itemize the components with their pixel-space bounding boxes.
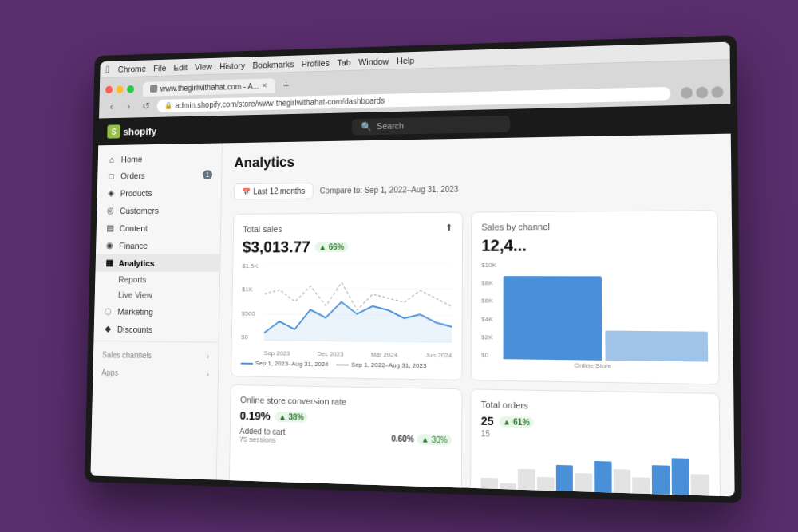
sales-channel-value: 12,4... <box>481 235 707 254</box>
menu-profiles[interactable]: Profiles <box>302 57 330 68</box>
forward-button[interactable]: › <box>122 99 136 112</box>
bar-x-label: Online Store <box>481 360 708 370</box>
period-filter-label: Last 12 months <box>253 186 305 195</box>
bar-chart-y-labels: $10K $8K $6K $4K $2K $0 <box>481 261 500 358</box>
calendar-icon: 📅 <box>242 187 251 195</box>
y-label-2: $1K <box>242 286 263 293</box>
mini-bar-9 <box>633 477 650 496</box>
chart-x-labels: Sep 2023 Dec 2023 Mar 2024 Jun 2024 <box>263 349 452 359</box>
search-icon: 🔍 <box>361 120 372 131</box>
total-orders-value: 25 <box>481 414 494 428</box>
conversion-rate-card: Online store conversion rate 0.19% ▲ 38%… <box>229 384 463 496</box>
sidebar-section-sales-channels[interactable]: Sales channels › <box>93 344 219 363</box>
extension-btn-3[interactable] <box>711 86 723 98</box>
menu-chrome[interactable]: Chrome <box>118 63 147 73</box>
mini-bar-2 <box>500 483 516 493</box>
apple-logo-icon:  <box>106 63 110 74</box>
browser-actions <box>681 86 724 99</box>
orders-icon: □ <box>106 171 117 181</box>
back-button[interactable]: ‹ <box>105 100 118 113</box>
page-title: Analytics <box>234 147 717 171</box>
finance-icon: ◉ <box>105 240 115 250</box>
sidebar-item-reports[interactable]: Reports <box>95 271 219 287</box>
y-label-4: $0 <box>241 333 263 341</box>
total-orders-change-badge: ▲ 61% <box>499 416 534 427</box>
chart-svg-container <box>264 262 452 342</box>
shopify-search-container: 🔍 Search <box>162 110 720 138</box>
lock-icon: 🔒 <box>164 101 172 109</box>
filter-row: 📅 Last 12 months Compare to: Sep 1, 2022… <box>234 177 718 199</box>
menu-file[interactable]: File <box>153 62 166 72</box>
conversion-detail-left: Added to cart 75 sessions <box>239 426 285 443</box>
sidebar-section-apps[interactable]: Apps › <box>93 361 218 381</box>
maximize-button[interactable] <box>127 85 134 93</box>
legend-item-current: Sep 1, 2023–Aug 31, 2024 <box>241 359 329 368</box>
svg-line-1 <box>265 288 452 289</box>
orders-badge: 1 <box>203 170 212 179</box>
minimize-button[interactable] <box>116 85 123 93</box>
sales-by-channel-card: Sales by channel 12,4... $10K $8K <box>471 210 720 384</box>
refresh-button[interactable]: ↺ <box>140 99 153 112</box>
conversion-value: 0.19% <box>240 408 271 422</box>
legend-line-dashed-icon <box>336 363 349 365</box>
mini-bar-12 <box>691 474 709 496</box>
mini-bar-chart <box>480 443 709 496</box>
menu-view[interactable]: View <box>195 61 212 71</box>
sidebar-item-finance[interactable]: ◉ Finance <box>96 236 220 254</box>
customers-icon: ◎ <box>105 205 116 215</box>
marketing-icon: ◌ <box>103 305 113 316</box>
sidebar-item-products[interactable]: ◈ Products <box>97 183 222 202</box>
menu-edit[interactable]: Edit <box>173 62 188 72</box>
bar-y-label-2: $8K <box>481 279 496 286</box>
bar-y-label-1: $10K <box>481 261 496 268</box>
conversion-detail-row: Added to cart 75 sessions 0.60% ▲ 30% <box>239 426 452 448</box>
conversion-detail-label: Added to cart <box>239 426 285 435</box>
new-tab-button[interactable]: + <box>279 77 294 93</box>
sidebar-item-live-view[interactable]: Live View <box>95 286 219 302</box>
shopify-app: S shopify 🔍 Search ⌂ Home <box>90 104 734 496</box>
mini-bar-8 <box>613 469 630 496</box>
legend-item-previous: Sep 1, 2022–Aug 31, 2023 <box>336 361 426 369</box>
sidebar-item-content[interactable]: ▤ Content <box>97 218 221 236</box>
extension-btn-2[interactable] <box>696 86 708 98</box>
x-label-3: Mar 2024 <box>371 350 398 357</box>
traffic-lights <box>105 85 134 93</box>
share-icon[interactable]: ⬆ <box>445 222 452 232</box>
tab-title: www.thegirlwithahat.com - A... <box>160 81 259 93</box>
sales-channel-chart: $10K $8K $6K $4K $2K $0 <box>481 261 708 361</box>
x-label-4: Jun 2024 <box>425 351 452 359</box>
browser-tab[interactable]: www.thegirlwithahat.com - A... ✕ <box>143 77 275 96</box>
compare-text: Compare to: Sep 1, 2022–Aug 31, 2023 <box>320 184 459 195</box>
bar-secondary <box>606 330 708 361</box>
menu-history[interactable]: History <box>219 60 245 69</box>
shopify-logo-text: shopify <box>123 124 156 136</box>
menu-window[interactable]: Window <box>358 56 389 66</box>
mini-bar-11 <box>671 458 689 496</box>
sidebar-item-customers[interactable]: ◎ Customers <box>97 200 221 219</box>
sidebar-label-analytics: Analytics <box>119 258 155 267</box>
sidebar: ⌂ Home □ Orders 1 ◈ Products ◎ Custome <box>90 143 222 479</box>
sidebar-item-analytics[interactable]: ▦ Analytics <box>95 254 219 271</box>
sidebar-item-marketing[interactable]: ◌ Marketing <box>94 301 219 320</box>
close-button[interactable] <box>105 85 113 93</box>
search-bar[interactable]: 🔍 Search <box>352 115 510 135</box>
y-label-3: $500 <box>242 309 263 317</box>
legend-label-current: Sep 1, 2023–Aug 31, 2024 <box>255 359 329 367</box>
menu-help[interactable]: Help <box>397 55 414 65</box>
extension-btn-1[interactable] <box>681 87 693 99</box>
menu-tab[interactable]: Tab <box>337 57 350 66</box>
total-orders-title: Total orders <box>481 399 709 413</box>
sidebar-item-discounts[interactable]: ◆ Discounts <box>94 319 219 338</box>
tab-close-icon[interactable]: ✕ <box>262 81 268 89</box>
total-sales-card: Total sales ⬆ $3,013.77 ▲ 66% $1.5K $1K <box>231 211 463 380</box>
sidebar-label-products: Products <box>120 187 152 197</box>
mini-bar-5 <box>556 464 574 495</box>
period-filter-button[interactable]: 📅 Last 12 months <box>234 182 314 199</box>
total-sales-value: $3,013.77 ▲ 66% <box>243 237 452 255</box>
sidebar-item-home[interactable]: ⌂ Home <box>98 149 222 167</box>
sidebar-label-content: Content <box>120 223 148 232</box>
menu-bookmarks[interactable]: Bookmarks <box>252 59 294 69</box>
shopify-logo: S shopify <box>107 124 156 138</box>
discounts-icon: ◆ <box>103 323 113 333</box>
sidebar-item-orders[interactable]: □ Orders 1 <box>97 166 221 184</box>
